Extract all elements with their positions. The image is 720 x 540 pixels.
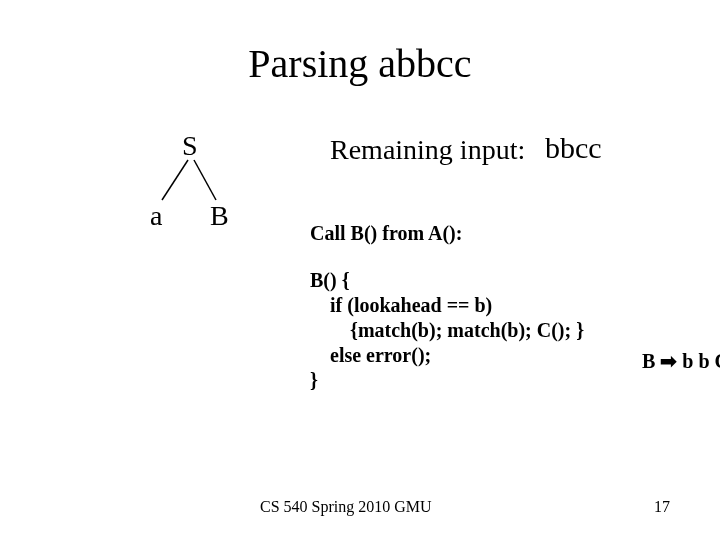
slide: Parsing abbcc S a B Remaining input: bbc…	[0, 0, 720, 540]
remaining-input-label: Remaining input:	[330, 134, 525, 166]
rule-lhs: B	[642, 350, 660, 372]
grammar-rule: B ➡ b b C	[622, 326, 720, 396]
tree-node-b: B	[210, 200, 229, 232]
page-title: Parsing abbcc	[0, 40, 720, 87]
svg-line-0	[162, 160, 188, 200]
tree-node-a: a	[150, 200, 162, 232]
remaining-input-value: bbcc	[545, 131, 602, 165]
code-block: B() { if (lookahead == b) {match(b); mat…	[310, 268, 584, 393]
rule-rhs: b b C	[677, 350, 720, 372]
page-number: 17	[654, 498, 670, 516]
tree-edges	[158, 158, 228, 202]
arrow-icon: ➡	[660, 350, 677, 372]
call-text: Call B() from A():	[310, 222, 462, 245]
parse-tree: S a B	[150, 130, 270, 240]
svg-line-1	[194, 160, 216, 200]
footer-text: CS 540 Spring 2010 GMU	[260, 498, 432, 516]
